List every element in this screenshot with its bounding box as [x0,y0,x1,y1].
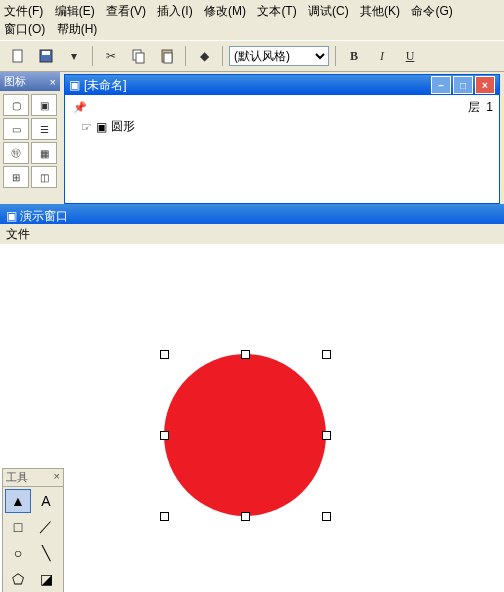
tools-title-label: 工具 [6,470,28,485]
doc-icon: ▣ [69,78,80,92]
workarea: 图标 × ▢ ▣ ▭ ☰ ㊕ ▦ ⊞ ◫ ▣ [未命名] – □ × [0,72,504,592]
svg-rect-6 [164,53,172,63]
close-button[interactable]: × [475,76,495,94]
separator [335,46,336,66]
panel-close-icon[interactable]: × [54,470,60,485]
tools-panel: 工具 × ▲ A □ ／ ○ ╲ ⬠ ◪ 色彩 ✎ ⚲ 线型 [2,468,64,592]
separator [222,46,223,66]
minimize-button[interactable]: – [431,76,451,94]
tool-line[interactable]: ／ [33,515,59,539]
icon-tool-6[interactable]: ▦ [31,142,57,164]
shape-circle[interactable] [164,354,326,516]
tool-eraser[interactable]: ◪ [33,567,59,591]
icon-tool-1[interactable]: ▢ [3,94,29,116]
handle-sw[interactable] [160,512,169,521]
icon-tool-5[interactable]: ㊕ [3,142,29,164]
tools-panel-title[interactable]: 工具 × [3,469,63,487]
tool-diagonal[interactable]: ╲ [33,541,59,565]
menu-debug[interactable]: 调试(C) [308,4,349,18]
menu-text[interactable]: 文本(T) [257,4,296,18]
menu-edit[interactable]: 编辑(E) [55,4,95,18]
svg-rect-4 [136,53,144,63]
svg-rect-0 [13,50,22,62]
document-content: 层 1 📌 ☞ ▣ 圆形 [65,95,499,201]
doc-title: [未命名] [84,77,127,94]
tool-rect[interactable]: □ [5,515,31,539]
tree-item-shape[interactable]: ☞ ▣ 圆形 [81,118,135,135]
tools-grid: ▲ A □ ／ ○ ╲ ⬠ ◪ [3,487,63,592]
icon-tool-3[interactable]: ▭ [3,118,29,140]
tree-root[interactable]: 📌 [73,101,135,114]
icon-tool-2[interactable]: ▣ [31,94,57,116]
icon-tool-4[interactable]: ☰ [31,118,57,140]
shape-icon: ▣ [96,120,107,134]
present-menu-file[interactable]: 文件 [6,227,30,241]
new-icon[interactable] [6,44,30,68]
save-icon[interactable] [34,44,58,68]
present-icon: ▣ [6,209,17,223]
tool-circle[interactable]: ○ [5,541,31,565]
tool-polygon[interactable]: ⬠ [5,567,31,591]
outline-tree: 📌 ☞ ▣ 圆形 [73,101,135,139]
tool-text[interactable]: A [33,489,59,513]
separator [185,46,186,66]
cut-icon[interactable]: ✂ [99,44,123,68]
menu-command[interactable]: 命令(G) [411,4,452,18]
handle-s[interactable] [241,512,250,521]
toolbar: ▾ ✂ ◆ (默认风格) B I U [0,40,504,72]
handle-ne[interactable] [322,350,331,359]
present-title: 演示窗口 [20,208,68,225]
menu-window[interactable]: 窗口(O) [4,22,45,36]
icons-title-label: 图标 [4,74,26,89]
copy-icon[interactable] [127,44,151,68]
shape-label: 圆形 [111,118,135,135]
menubar: 文件(F) 编辑(E) 查看(V) 插入(I) 修改(M) 文本(T) 调试(C… [0,0,504,40]
paste-icon[interactable] [155,44,179,68]
document-window: ▣ [未命名] – □ × 层 1 📌 ☞ ▣ 圆形 [64,74,500,204]
pin-icon: 📌 [73,101,87,114]
icon-tool-8[interactable]: ◫ [31,166,57,188]
chevron-down-icon[interactable]: ▾ [62,44,86,68]
pointer-icon: ☞ [81,120,92,134]
tool-select[interactable]: ▲ [5,489,31,513]
document-titlebar[interactable]: ▣ [未命名] – □ × [65,75,499,95]
menu-modify[interactable]: 修改(M) [204,4,246,18]
canvas[interactable] [0,244,504,592]
bold-button[interactable]: B [342,44,366,68]
menu-insert[interactable]: 插入(I) [157,4,192,18]
handle-w[interactable] [160,431,169,440]
icons-panel: 图标 × ▢ ▣ ▭ ☰ ㊕ ▦ ⊞ ◫ [0,72,60,191]
menu-help[interactable]: 帮助(H) [57,22,98,36]
icons-panel-title[interactable]: 图标 × [0,72,60,91]
panel-close-icon[interactable]: × [50,76,56,88]
italic-button[interactable]: I [370,44,394,68]
maximize-button[interactable]: □ [453,76,473,94]
separator [92,46,93,66]
style-select[interactable]: (默认风格) [229,46,329,66]
handle-n[interactable] [241,350,250,359]
icons-grid: ▢ ▣ ▭ ☰ ㊕ ▦ ⊞ ◫ [0,91,60,191]
menu-other[interactable]: 其他(K) [360,4,400,18]
menu-view[interactable]: 查看(V) [106,4,146,18]
menu-file[interactable]: 文件(F) [4,4,43,18]
icon-tool-7[interactable]: ⊞ [3,166,29,188]
handle-se[interactable] [322,512,331,521]
handle-e[interactable] [322,431,331,440]
underline-button[interactable]: U [398,44,422,68]
eraser-icon[interactable]: ◆ [192,44,216,68]
layer-label: 层 1 [468,99,493,116]
handle-nw[interactable] [160,350,169,359]
svg-rect-2 [42,51,50,55]
window-buttons: – □ × [431,76,495,94]
